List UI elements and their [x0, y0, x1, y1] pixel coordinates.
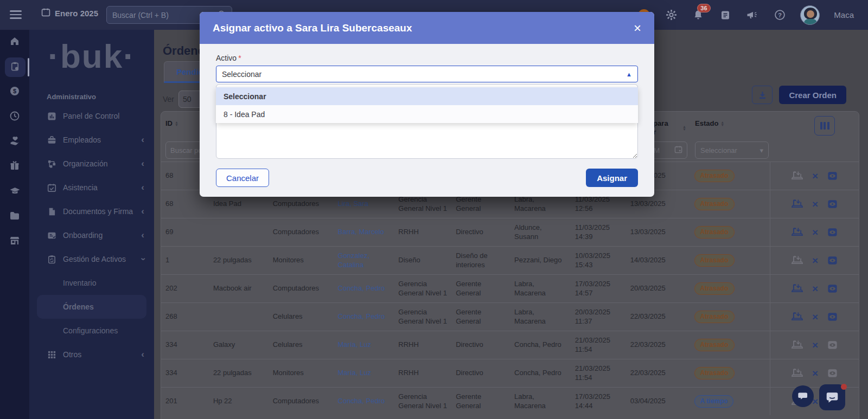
cell-responsable: Labra, Macarena [510, 389, 571, 414]
rail-item-marketplace-icon[interactable] [0, 229, 29, 254]
sidebar-item-label: Onboarding [63, 231, 103, 240]
hamburger-menu-icon[interactable] [10, 10, 22, 19]
cell-activo: Idea Pad [209, 196, 269, 212]
calendar-icon [41, 8, 50, 18]
cell-area: Diseño [394, 253, 451, 268]
cell-persona[interactable]: María, Luz [334, 365, 394, 381]
intercom-fab[interactable] [819, 384, 845, 410]
view-eye-icon[interactable] [827, 228, 838, 237]
close-icon[interactable]: × [634, 22, 641, 35]
table-row: 201Hp 22ComputadoresConcha, PedroGerenci… [161, 387, 859, 415]
column-header-9[interactable]: Estado▲▼ [691, 119, 771, 128]
view-eye-icon[interactable] [827, 199, 838, 209]
cell-persona[interactable]: Concha, Pedro [334, 281, 394, 296]
sidebar-item-4[interactable]: Documentos y Firma‹ [29, 199, 154, 223]
create-order-button[interactable]: Crear Orden [779, 86, 846, 104]
view-eye-icon[interactable] [827, 171, 838, 181]
sidebar-item-3[interactable]: Asistencia‹ [29, 176, 154, 199]
cancel-x-icon[interactable]: × [812, 170, 818, 182]
row-actions: × [770, 218, 859, 246]
sidebar-item-label: Otros [63, 350, 81, 359]
cell-persona[interactable]: Concha, Pedro [334, 309, 394, 325]
estado-filter-select[interactable]: Seleccionar▾ [695, 141, 769, 159]
cell-fecha_solicitud: 11/03/202514:39 [571, 220, 626, 245]
assign-laptop-icon[interactable] [792, 340, 803, 350]
sidebar-item-5[interactable]: Onboarding‹ [29, 223, 154, 247]
cancel-x-icon[interactable]: × [812, 339, 818, 351]
bell-icon[interactable]: 36 [692, 9, 705, 22]
sidebar-item-otros[interactable]: Otros‹ [29, 343, 154, 366]
cancel-x-icon[interactable]: × [812, 227, 818, 238]
view-eye-icon[interactable] [827, 340, 838, 350]
submenu-item-1[interactable]: Órdenes [37, 295, 146, 319]
download-button[interactable] [752, 86, 773, 104]
sidebar-item-label: Panel de Control [63, 112, 119, 120]
dropdown-option-0[interactable]: Seleccionar [216, 87, 638, 105]
dropdown-option-1[interactable]: 8 - Idea Pad [216, 105, 638, 123]
table-row: 268CelularesConcha, PedroGerencia Genera… [161, 302, 859, 331]
rail-item-benefits-icon[interactable] [0, 130, 29, 154]
cell-persona[interactable]: Concha, Pedro [334, 394, 394, 409]
user-avatar[interactable] [800, 5, 820, 25]
search-placeholder: Buscar (Ctrl + B) [112, 11, 169, 20]
submenu-item-2[interactable]: Configuraciones [29, 319, 154, 343]
view-eye-icon[interactable] [827, 256, 838, 265]
cell-estado: Atrasado [690, 195, 770, 214]
cell-persona[interactable]: Barra, Marcelo [334, 224, 394, 240]
rail-item-home-icon[interactable] [0, 30, 29, 55]
view-eye-icon[interactable] [827, 284, 838, 293]
rail-item-time-icon[interactable] [0, 105, 29, 130]
assign-laptop-icon[interactable] [792, 368, 803, 378]
assign-laptop-icon[interactable] [792, 227, 803, 237]
sidebar-item-2[interactable]: Organización‹ [29, 152, 154, 176]
rail-item-gifts-icon[interactable] [0, 154, 29, 179]
assign-laptop-icon[interactable] [792, 312, 803, 322]
help-icon[interactable]: ? [773, 9, 786, 22]
rail-item-orders-clipboard-icon[interactable] [0, 55, 29, 80]
chat-fab[interactable] [792, 385, 814, 407]
cell-persona[interactable]: María, Luz [334, 337, 394, 353]
cell-responsable: Aldunce, Susann [510, 220, 571, 245]
status-badge: Atrasado [694, 339, 735, 352]
status-badge: A tiempo [694, 395, 734, 408]
cell-id: 268 [161, 309, 209, 325]
cancel-x-icon[interactable]: × [812, 198, 818, 210]
cancel-button[interactable]: Cancelar [216, 169, 269, 187]
cancel-x-icon[interactable]: × [812, 283, 818, 295]
sort-icon[interactable]: ▲▼ [175, 121, 178, 126]
view-eye-icon[interactable] [827, 369, 838, 378]
assign-button[interactable]: Asignar [586, 169, 638, 187]
assign-laptop-icon[interactable] [792, 171, 803, 181]
cancel-x-icon[interactable]: × [812, 311, 818, 323]
sort-icon[interactable]: ▲▼ [720, 121, 724, 126]
assign-laptop-icon[interactable] [792, 199, 803, 209]
sort-icon[interactable]: ▲▼ [682, 125, 686, 131]
cancel-x-icon[interactable]: × [812, 368, 818, 379]
gear-icon[interactable] [665, 9, 678, 22]
assign-laptop-icon[interactable] [792, 255, 803, 266]
gifts-icon [9, 160, 20, 173]
cancel-x-icon[interactable]: × [812, 255, 818, 267]
table-row: 122 pulgadasMonitoresGonzalez, CatalinaD… [161, 246, 859, 274]
rail-item-remunerations-icon[interactable]: $ [0, 80, 29, 105]
cell-persona[interactable]: Gonzalez, Catalina [334, 248, 394, 273]
table-row: 202Macbook airComputadoresConcha, PedroG… [161, 274, 859, 302]
cell-id: 334 [161, 337, 209, 353]
period-selector[interactable]: Enero 2025 [41, 8, 98, 18]
megaphone-icon[interactable] [746, 9, 759, 22]
sidebar-item-0[interactable]: Panel de Control [29, 104, 154, 128]
sidebar-item-1[interactable]: Empleados‹ [29, 128, 154, 152]
sidebar: ·buk· Administrativo Panel de ControlEmp… [29, 30, 154, 419]
cell-persona[interactable]: Lira, Sara [334, 196, 394, 212]
column-picker-button[interactable] [814, 116, 835, 136]
sidebar-item-6[interactable]: Gestión de Activos‹ [29, 247, 154, 271]
view-eye-icon[interactable] [827, 312, 838, 321]
notes-icon[interactable] [719, 9, 732, 22]
rail-item-training-icon[interactable] [0, 179, 29, 204]
assign-laptop-icon[interactable] [792, 283, 803, 294]
activo-select[interactable]: Seleccionar ▲ [216, 66, 638, 82]
rail-item-files-icon[interactable] [0, 204, 29, 229]
period-label: Enero 2025 [55, 9, 98, 18]
submenu-item-0[interactable]: Inventario [29, 271, 154, 295]
chevron-left-icon: ‹ [141, 182, 144, 193]
